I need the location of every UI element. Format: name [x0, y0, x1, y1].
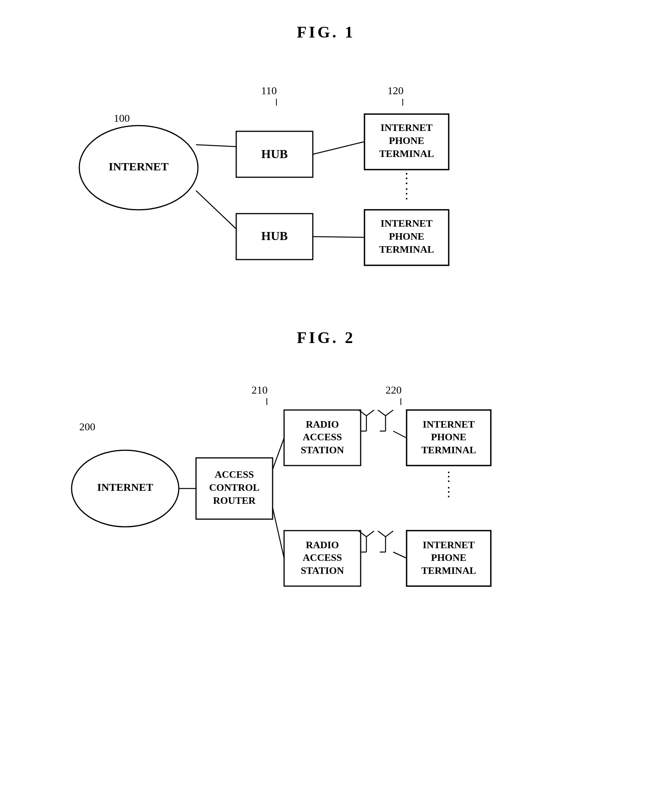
fig1-line-hub2-terminal2 — [313, 237, 364, 237]
fig1-hub1-label: HUB — [261, 147, 288, 161]
fig2-line-router-station2 — [273, 508, 284, 558]
fig1-hub2-label: HUB — [261, 229, 288, 243]
fig2-internet-label: INTERNET — [97, 481, 153, 493]
fig2-line-antenna2-terminal2 — [393, 552, 407, 558]
fig2-line-router-station1 — [273, 438, 284, 469]
page-container: FIG. 1 100 110 120 INTERNET HUB INTERNET… — [0, 0, 652, 680]
fig1-terminal2-label2: PHONE — [389, 231, 424, 242]
fig2-station2-label3: STATION — [301, 565, 344, 576]
fig2-station2-label1: RADIO — [306, 539, 339, 551]
fig1-terminal2-label1: INTERNET — [381, 218, 433, 229]
fig2-station1-label1: RADIO — [306, 419, 339, 430]
fig1-diagram: 100 110 120 INTERNET HUB INTERNET PHONE … — [38, 60, 614, 298]
fig1-terminal1-label3: TERMINAL — [379, 148, 434, 159]
fig1-line-internet-hub2 — [196, 191, 236, 229]
fig2-dots2: ⋮ — [442, 485, 455, 499]
fig2-terminal2-label1: INTERNET — [423, 539, 475, 551]
fig2-station1-label2: ACCESS — [302, 431, 342, 443]
fig1-internet-label: INTERNET — [108, 160, 168, 173]
fig2-router-label2: CONTROL — [209, 482, 259, 493]
fig1-ref-100: 100 — [114, 112, 130, 124]
fig1-dots2: ⋮ — [400, 186, 413, 201]
fig2-antenna2b-left — [378, 531, 386, 537]
fig2-terminal1-label2: PHONE — [431, 431, 466, 443]
fig1-line-hub1-terminal1 — [313, 142, 364, 154]
fig2-dots1: ⋮ — [442, 469, 455, 484]
fig2-ref-210: 210 — [252, 384, 268, 396]
fig2-terminal1-label3: TERMINAL — [421, 444, 476, 456]
fig1-dots1: ⋮ — [400, 171, 413, 186]
fig2-line-antenna1-terminal1 — [393, 431, 407, 438]
fig1-title: FIG. 1 — [38, 23, 614, 41]
fig1-ref-120: 120 — [387, 85, 404, 96]
fig2-terminal2-label2: PHONE — [431, 552, 466, 563]
fig2-antenna1b-right — [386, 410, 393, 416]
fig2-terminal1-label1: INTERNET — [423, 419, 475, 430]
fig2-title: FIG. 2 — [38, 328, 614, 347]
fig2-antenna2a-right — [366, 531, 374, 537]
fig1-terminal1-label2: PHONE — [389, 135, 424, 146]
fig2-diagram: 200 210 220 INTERNET ACCESS CONTROL ROUT… — [38, 366, 614, 626]
fig1-terminal2-label3: TERMINAL — [379, 244, 434, 255]
fig2-station1-label3: STATION — [301, 444, 344, 456]
fig1-ref-110: 110 — [261, 85, 277, 96]
fig2-antenna2b-right — [386, 531, 393, 537]
fig1-line-internet-hub1 — [196, 145, 236, 147]
fig2-router-label1: ACCESS — [214, 469, 254, 480]
fig2-ref-220: 220 — [386, 384, 402, 396]
fig2-ref-200: 200 — [79, 421, 95, 433]
fig2-antenna1a-right — [366, 410, 374, 416]
fig2-terminal2-label3: TERMINAL — [421, 565, 476, 576]
fig2-station2-label2: ACCESS — [302, 552, 342, 563]
fig2-router-label3: ROUTER — [213, 495, 255, 506]
fig2-antenna1b-left — [378, 410, 386, 416]
fig1-terminal1-label1: INTERNET — [381, 122, 433, 133]
